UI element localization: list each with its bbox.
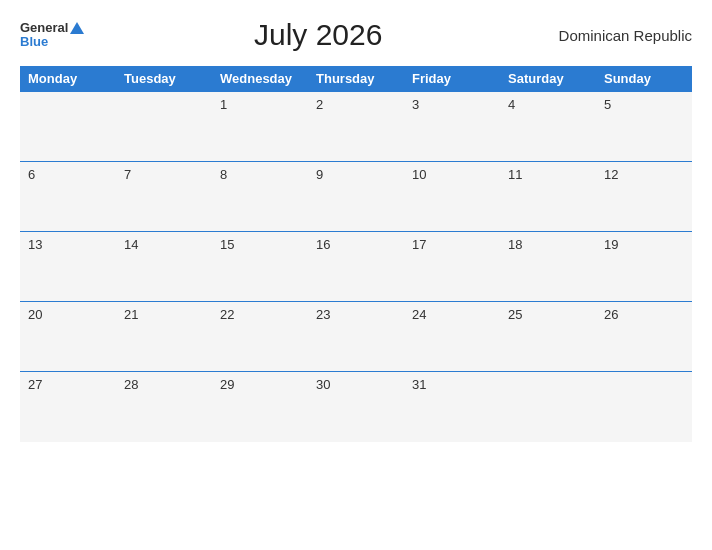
day-header-tuesday: Tuesday	[116, 66, 212, 92]
calendar-cell: 25	[500, 302, 596, 372]
calendar-cell	[116, 92, 212, 162]
day-number: 4	[508, 97, 515, 112]
calendar-tbody: 1234567891011121314151617181920212223242…	[20, 92, 692, 442]
day-number: 23	[316, 307, 330, 322]
week-row-4: 20212223242526	[20, 302, 692, 372]
day-header-row: MondayTuesdayWednesdayThursdayFridaySatu…	[20, 66, 692, 92]
calendar-cell: 7	[116, 162, 212, 232]
day-number: 28	[124, 377, 138, 392]
week-row-3: 13141516171819	[20, 232, 692, 302]
day-number: 9	[316, 167, 323, 182]
calendar-cell: 6	[20, 162, 116, 232]
day-number: 14	[124, 237, 138, 252]
calendar-cell: 11	[500, 162, 596, 232]
week-row-5: 2728293031	[20, 372, 692, 442]
calendar-cell: 30	[308, 372, 404, 442]
logo-blue-text: Blue	[20, 35, 48, 49]
calendar-cell: 3	[404, 92, 500, 162]
calendar-container: General Blue July 2026 Dominican Republi…	[0, 0, 712, 550]
calendar-cell: 13	[20, 232, 116, 302]
day-number: 29	[220, 377, 234, 392]
day-number: 22	[220, 307, 234, 322]
day-number: 13	[28, 237, 42, 252]
day-number: 5	[604, 97, 611, 112]
day-header-thursday: Thursday	[308, 66, 404, 92]
day-header-saturday: Saturday	[500, 66, 596, 92]
day-number: 31	[412, 377, 426, 392]
day-header-monday: Monday	[20, 66, 116, 92]
calendar-cell: 21	[116, 302, 212, 372]
day-number: 18	[508, 237, 522, 252]
day-number: 2	[316, 97, 323, 112]
calendar-cell: 9	[308, 162, 404, 232]
calendar-cell: 20	[20, 302, 116, 372]
calendar-cell	[596, 372, 692, 442]
calendar-cell: 5	[596, 92, 692, 162]
day-number: 16	[316, 237, 330, 252]
calendar-cell: 26	[596, 302, 692, 372]
day-number: 27	[28, 377, 42, 392]
day-number: 20	[28, 307, 42, 322]
day-header-sunday: Sunday	[596, 66, 692, 92]
calendar-cell: 15	[212, 232, 308, 302]
calendar-header: General Blue July 2026 Dominican Republi…	[20, 18, 692, 52]
day-header-friday: Friday	[404, 66, 500, 92]
calendar-cell	[500, 372, 596, 442]
logo-general-text: General	[20, 21, 84, 35]
week-row-2: 6789101112	[20, 162, 692, 232]
calendar-cell: 14	[116, 232, 212, 302]
day-number: 26	[604, 307, 618, 322]
calendar-title: July 2026	[84, 18, 552, 52]
calendar-cell: 4	[500, 92, 596, 162]
week-row-1: 12345	[20, 92, 692, 162]
day-number: 17	[412, 237, 426, 252]
day-header-wednesday: Wednesday	[212, 66, 308, 92]
calendar-cell: 22	[212, 302, 308, 372]
day-number: 7	[124, 167, 131, 182]
day-number: 15	[220, 237, 234, 252]
calendar-cell: 24	[404, 302, 500, 372]
calendar-cell: 29	[212, 372, 308, 442]
day-number: 1	[220, 97, 227, 112]
calendar-cell: 1	[212, 92, 308, 162]
calendar-cell: 16	[308, 232, 404, 302]
calendar-cell: 12	[596, 162, 692, 232]
calendar-cell	[20, 92, 116, 162]
calendar-country: Dominican Republic	[552, 27, 692, 44]
day-number: 24	[412, 307, 426, 322]
calendar-cell: 18	[500, 232, 596, 302]
calendar-cell: 31	[404, 372, 500, 442]
day-number: 12	[604, 167, 618, 182]
day-number: 8	[220, 167, 227, 182]
calendar-cell: 23	[308, 302, 404, 372]
day-number: 3	[412, 97, 419, 112]
logo-triangle-icon	[70, 22, 84, 34]
calendar-cell: 19	[596, 232, 692, 302]
day-number: 25	[508, 307, 522, 322]
day-number: 6	[28, 167, 35, 182]
logo: General Blue	[20, 21, 84, 50]
calendar-cell: 10	[404, 162, 500, 232]
calendar-cell: 27	[20, 372, 116, 442]
calendar-cell: 28	[116, 372, 212, 442]
calendar-cell: 8	[212, 162, 308, 232]
day-number: 19	[604, 237, 618, 252]
calendar-cell: 17	[404, 232, 500, 302]
calendar-thead: MondayTuesdayWednesdayThursdayFridaySatu…	[20, 66, 692, 92]
calendar-table: MondayTuesdayWednesdayThursdayFridaySatu…	[20, 66, 692, 442]
day-number: 21	[124, 307, 138, 322]
day-number: 10	[412, 167, 426, 182]
calendar-cell: 2	[308, 92, 404, 162]
day-number: 11	[508, 167, 522, 182]
day-number: 30	[316, 377, 330, 392]
